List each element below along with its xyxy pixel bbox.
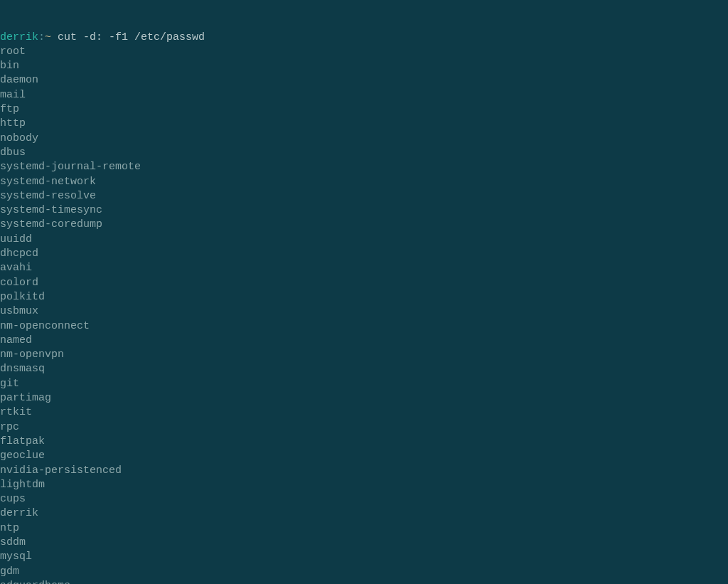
output-line: uuidd	[0, 233, 728, 247]
output-line: dbus	[0, 146, 728, 160]
output-line: dnsmasq	[0, 362, 728, 376]
output-line: polkitd	[0, 290, 728, 304]
output-line: flatpak	[0, 435, 728, 449]
output-line: named	[0, 334, 728, 348]
output-line: cups	[0, 492, 728, 506]
prompt-line: derrik:~ cut -d: -f1 /etc/passwd	[0, 31, 728, 45]
output-line: systemd-network	[0, 175, 728, 189]
prompt-separator: :	[38, 31, 45, 43]
output-line: dhcpcd	[0, 247, 728, 261]
output-line: ftp	[0, 102, 728, 117]
output-line: ntp	[0, 521, 728, 536]
prompt-command: cut -d: -f1 /etc/passwd	[51, 31, 205, 43]
output-line: derrik	[0, 506, 728, 521]
output-line: usbmux	[0, 304, 728, 319]
output-line: root	[0, 45, 728, 59]
output-line: nobody	[0, 132, 728, 146]
output-line: colord	[0, 276, 728, 290]
output-line: nm-openvpn	[0, 348, 728, 362]
output-line: avahi	[0, 261, 728, 275]
output-line: adguardhome	[0, 579, 728, 584]
output-line: http	[0, 117, 728, 131]
output-line: partimag	[0, 391, 728, 405]
output-line: systemd-resolve	[0, 189, 728, 203]
output-line: gdm	[0, 565, 728, 579]
output-line: rtkit	[0, 405, 728, 420]
output-line: daemon	[0, 73, 728, 87]
terminal[interactable]: derrik:~ cut -d: -f1 /etc/passwdrootbind…	[0, 1, 728, 584]
prompt-path: ~	[45, 31, 51, 43]
output-line: geoclue	[0, 449, 728, 463]
output-line: systemd-journal-remote	[0, 160, 728, 174]
output-line: git	[0, 377, 728, 391]
output-line: nm-openconnect	[0, 319, 728, 334]
prompt-user: derrik	[0, 31, 38, 43]
output-line: systemd-coredump	[0, 218, 728, 232]
output-line: nvidia-persistenced	[0, 464, 728, 478]
output-line: mysql	[0, 550, 728, 564]
output-line: lightdm	[0, 478, 728, 492]
output-line: mail	[0, 88, 728, 102]
output-container: rootbindaemonmailftphttpnobodydbussystem…	[0, 45, 728, 584]
output-line: systemd-timesync	[0, 203, 728, 218]
output-line: sddm	[0, 536, 728, 550]
output-line: rpc	[0, 420, 728, 435]
output-line: bin	[0, 59, 728, 73]
